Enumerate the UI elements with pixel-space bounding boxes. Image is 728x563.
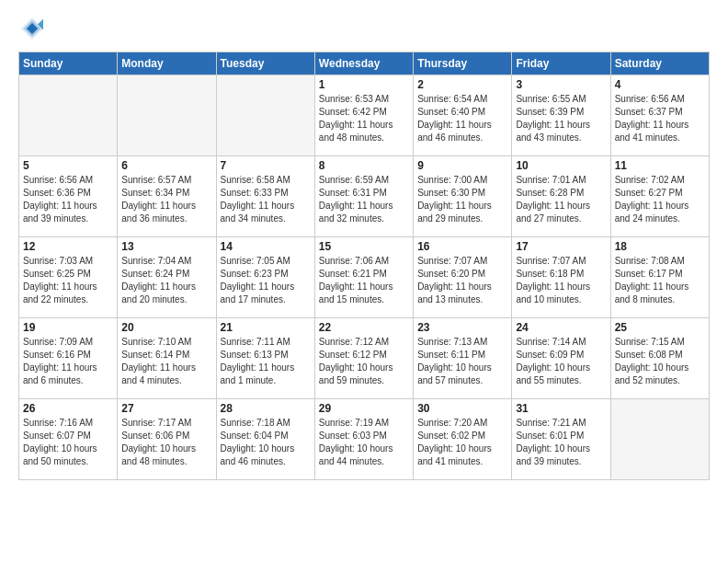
day-info: Sunrise: 7:00 AM Sunset: 6:30 PM Dayligh… <box>417 174 507 225</box>
day-number: 28 <box>221 402 311 415</box>
day-number: 18 <box>615 240 705 253</box>
calendar-cell: 3Sunrise: 6:55 AM Sunset: 6:39 PM Daylig… <box>512 75 610 156</box>
day-info: Sunrise: 6:56 AM Sunset: 6:36 PM Dayligh… <box>23 174 113 225</box>
calendar-cell: 25Sunrise: 7:15 AM Sunset: 6:08 PM Dayli… <box>610 318 709 399</box>
weekday-header-wednesday: Wednesday <box>314 52 413 75</box>
calendar-week-row: 12Sunrise: 7:03 AM Sunset: 6:25 PM Dayli… <box>19 237 710 318</box>
day-number: 31 <box>516 402 606 415</box>
day-number: 13 <box>121 240 211 253</box>
weekday-header-friday: Friday <box>512 52 610 75</box>
calendar-cell <box>118 75 216 156</box>
calendar-week-row: 1Sunrise: 6:53 AM Sunset: 6:42 PM Daylig… <box>19 75 710 156</box>
day-info: Sunrise: 7:16 AM Sunset: 6:07 PM Dayligh… <box>23 417 113 468</box>
day-info: Sunrise: 6:56 AM Sunset: 6:37 PM Dayligh… <box>615 93 705 144</box>
day-number: 26 <box>23 402 113 415</box>
calendar-cell: 11Sunrise: 7:02 AM Sunset: 6:27 PM Dayli… <box>610 156 709 237</box>
day-info: Sunrise: 7:20 AM Sunset: 6:02 PM Dayligh… <box>417 417 507 468</box>
day-info: Sunrise: 7:21 AM Sunset: 6:01 PM Dayligh… <box>516 417 606 468</box>
weekday-header-row: SundayMondayTuesdayWednesdayThursdayFrid… <box>19 52 710 75</box>
calendar-week-row: 19Sunrise: 7:09 AM Sunset: 6:16 PM Dayli… <box>19 318 710 399</box>
day-number: 30 <box>417 402 507 415</box>
day-number: 10 <box>516 159 606 172</box>
day-info: Sunrise: 7:10 AM Sunset: 6:14 PM Dayligh… <box>121 336 211 387</box>
day-info: Sunrise: 7:19 AM Sunset: 6:03 PM Dayligh… <box>319 417 409 468</box>
day-number: 17 <box>516 240 606 253</box>
day-info: Sunrise: 6:57 AM Sunset: 6:34 PM Dayligh… <box>121 174 211 225</box>
calendar-cell: 26Sunrise: 7:16 AM Sunset: 6:07 PM Dayli… <box>19 399 118 480</box>
day-number: 23 <box>417 321 507 334</box>
day-info: Sunrise: 7:18 AM Sunset: 6:04 PM Dayligh… <box>221 417 311 468</box>
day-info: Sunrise: 7:01 AM Sunset: 6:28 PM Dayligh… <box>516 174 606 225</box>
day-number: 11 <box>615 159 705 172</box>
day-number: 3 <box>516 78 606 91</box>
calendar-week-row: 26Sunrise: 7:16 AM Sunset: 6:07 PM Dayli… <box>19 399 710 480</box>
day-number: 9 <box>417 159 507 172</box>
day-info: Sunrise: 7:14 AM Sunset: 6:09 PM Dayligh… <box>516 336 606 387</box>
day-info: Sunrise: 7:13 AM Sunset: 6:11 PM Dayligh… <box>417 336 507 387</box>
calendar-cell: 29Sunrise: 7:19 AM Sunset: 6:03 PM Dayli… <box>314 399 413 480</box>
calendar-cell: 12Sunrise: 7:03 AM Sunset: 6:25 PM Dayli… <box>19 237 118 318</box>
calendar-cell: 27Sunrise: 7:17 AM Sunset: 6:06 PM Dayli… <box>118 399 216 480</box>
weekday-header-monday: Monday <box>118 52 216 75</box>
day-number: 16 <box>417 240 507 253</box>
calendar-cell: 13Sunrise: 7:04 AM Sunset: 6:24 PM Dayli… <box>118 237 216 318</box>
day-info: Sunrise: 7:08 AM Sunset: 6:17 PM Dayligh… <box>615 255 705 306</box>
calendar-cell <box>19 75 118 156</box>
day-info: Sunrise: 7:03 AM Sunset: 6:25 PM Dayligh… <box>23 255 113 306</box>
day-info: Sunrise: 7:11 AM Sunset: 6:13 PM Dayligh… <box>221 336 311 387</box>
day-info: Sunrise: 7:07 AM Sunset: 6:18 PM Dayligh… <box>516 255 606 306</box>
day-number: 1 <box>319 78 409 91</box>
day-number: 27 <box>121 402 211 415</box>
calendar-cell: 30Sunrise: 7:20 AM Sunset: 6:02 PM Dayli… <box>414 399 512 480</box>
day-info: Sunrise: 6:55 AM Sunset: 6:39 PM Dayligh… <box>516 93 606 144</box>
day-number: 29 <box>319 402 409 415</box>
calendar-table: SundayMondayTuesdayWednesdayThursdayFrid… <box>18 52 710 480</box>
weekday-header-saturday: Saturday <box>610 52 709 75</box>
calendar-cell: 31Sunrise: 7:21 AM Sunset: 6:01 PM Dayli… <box>512 399 610 480</box>
day-number: 12 <box>23 240 113 253</box>
day-number: 5 <box>23 159 113 172</box>
day-number: 15 <box>319 240 409 253</box>
day-info: Sunrise: 7:17 AM Sunset: 6:06 PM Dayligh… <box>121 417 211 468</box>
day-number: 4 <box>615 78 705 91</box>
day-number: 25 <box>615 321 705 334</box>
calendar-cell: 19Sunrise: 7:09 AM Sunset: 6:16 PM Dayli… <box>19 318 118 399</box>
day-info: Sunrise: 7:09 AM Sunset: 6:16 PM Dayligh… <box>23 336 113 387</box>
calendar-cell: 20Sunrise: 7:10 AM Sunset: 6:14 PM Dayli… <box>118 318 216 399</box>
calendar-cell: 1Sunrise: 6:53 AM Sunset: 6:42 PM Daylig… <box>314 75 413 156</box>
day-number: 19 <box>23 321 113 334</box>
calendar-cell: 28Sunrise: 7:18 AM Sunset: 6:04 PM Dayli… <box>216 399 314 480</box>
calendar-cell <box>216 75 314 156</box>
logo <box>18 15 50 42</box>
calendar-container: SundayMondayTuesdayWednesdayThursdayFrid… <box>0 0 728 563</box>
calendar-cell: 2Sunrise: 6:54 AM Sunset: 6:40 PM Daylig… <box>414 75 512 156</box>
calendar-cell: 15Sunrise: 7:06 AM Sunset: 6:21 PM Dayli… <box>314 237 413 318</box>
calendar-cell: 14Sunrise: 7:05 AM Sunset: 6:23 PM Dayli… <box>216 237 314 318</box>
calendar-cell: 24Sunrise: 7:14 AM Sunset: 6:09 PM Dayli… <box>512 318 610 399</box>
day-info: Sunrise: 6:54 AM Sunset: 6:40 PM Dayligh… <box>417 93 507 144</box>
calendar-cell: 22Sunrise: 7:12 AM Sunset: 6:12 PM Dayli… <box>314 318 413 399</box>
calendar-cell: 21Sunrise: 7:11 AM Sunset: 6:13 PM Dayli… <box>216 318 314 399</box>
day-number: 20 <box>121 321 211 334</box>
calendar-cell: 5Sunrise: 6:56 AM Sunset: 6:36 PM Daylig… <box>19 156 118 237</box>
calendar-cell: 16Sunrise: 7:07 AM Sunset: 6:20 PM Dayli… <box>414 237 512 318</box>
day-info: Sunrise: 7:06 AM Sunset: 6:21 PM Dayligh… <box>319 255 409 306</box>
calendar-cell <box>610 399 709 480</box>
day-number: 24 <box>516 321 606 334</box>
calendar-cell: 9Sunrise: 7:00 AM Sunset: 6:30 PM Daylig… <box>414 156 512 237</box>
day-info: Sunrise: 7:07 AM Sunset: 6:20 PM Dayligh… <box>417 255 507 306</box>
calendar-cell: 18Sunrise: 7:08 AM Sunset: 6:17 PM Dayli… <box>610 237 709 318</box>
day-number: 22 <box>319 321 409 334</box>
day-number: 8 <box>319 159 409 172</box>
day-info: Sunrise: 6:53 AM Sunset: 6:42 PM Dayligh… <box>319 93 409 144</box>
calendar-cell: 6Sunrise: 6:57 AM Sunset: 6:34 PM Daylig… <box>118 156 216 237</box>
day-number: 14 <box>221 240 311 253</box>
calendar-cell: 7Sunrise: 6:58 AM Sunset: 6:33 PM Daylig… <box>216 156 314 237</box>
day-number: 7 <box>221 159 311 172</box>
day-info: Sunrise: 7:15 AM Sunset: 6:08 PM Dayligh… <box>615 336 705 387</box>
day-info: Sunrise: 7:12 AM Sunset: 6:12 PM Dayligh… <box>319 336 409 387</box>
calendar-week-row: 5Sunrise: 6:56 AM Sunset: 6:36 PM Daylig… <box>19 156 710 237</box>
day-info: Sunrise: 7:05 AM Sunset: 6:23 PM Dayligh… <box>221 255 311 306</box>
day-number: 2 <box>417 78 507 91</box>
calendar-cell: 8Sunrise: 6:59 AM Sunset: 6:31 PM Daylig… <box>314 156 413 237</box>
